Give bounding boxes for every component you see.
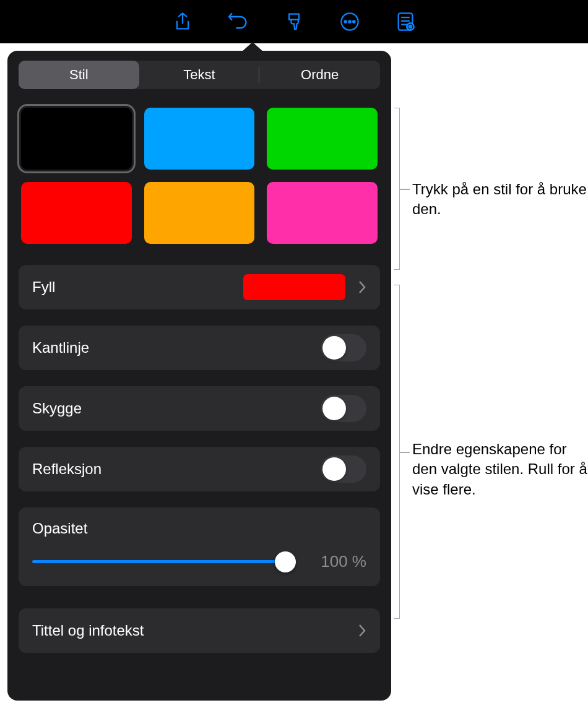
segmented-control: Stil Tekst Ordne: [19, 61, 380, 89]
style-swatch-blue[interactable]: [144, 108, 255, 170]
tab-label: Tekst: [183, 67, 215, 83]
toolbar: [0, 0, 588, 43]
border-toggle[interactable]: [321, 334, 366, 361]
callout-bracket-styles: [394, 108, 400, 270]
title-caption-label: Tittel og infotekst: [32, 622, 358, 639]
reflection-row[interactable]: Refleksjon: [19, 447, 380, 491]
slider-thumb[interactable]: [275, 551, 296, 572]
border-row[interactable]: Kantlinje: [19, 326, 380, 370]
fill-row[interactable]: Fyll: [19, 265, 380, 309]
reflection-toggle[interactable]: [321, 455, 366, 483]
popover-arrow: [241, 42, 264, 52]
format-brush-icon[interactable]: [282, 9, 306, 34]
callout-styles: Trykk på en stil for å bruke den.: [412, 179, 588, 220]
callout-bracket-properties: [394, 285, 400, 619]
chevron-right-icon: [358, 280, 366, 294]
tab-label: Stil: [69, 67, 89, 83]
tab-style[interactable]: Stil: [19, 61, 139, 89]
style-swatch-green[interactable]: [267, 108, 378, 170]
opacity-value: 100 %: [311, 552, 366, 571]
style-swatch-pink[interactable]: [267, 182, 378, 244]
chevron-right-icon: [358, 624, 366, 637]
style-swatch-orange[interactable]: [144, 182, 255, 244]
shadow-label: Skygge: [32, 400, 321, 417]
shadow-toggle[interactable]: [321, 395, 366, 422]
presenter-notes-icon[interactable]: [393, 9, 418, 34]
shadow-row[interactable]: Skygge: [19, 386, 380, 431]
title-caption-row[interactable]: Tittel og infotekst: [19, 608, 380, 653]
undo-icon[interactable]: [226, 9, 251, 34]
svg-point-7: [409, 25, 412, 28]
callout-connector: [400, 452, 410, 453]
share-icon[interactable]: [170, 9, 195, 34]
format-popover: Stil Tekst Ordne Fyll K: [7, 51, 391, 701]
style-swatch-red[interactable]: [21, 182, 132, 244]
opacity-label: Opasitet: [32, 520, 366, 537]
fill-label: Fyll: [32, 278, 243, 296]
opacity-slider[interactable]: [32, 555, 296, 569]
tab-label: Ordne: [301, 67, 339, 83]
svg-point-1: [345, 20, 347, 22]
opacity-row: Opasitet 100 %: [19, 507, 380, 586]
callout-properties: Endre egenskapene for den valgte stilen.…: [412, 439, 588, 499]
style-swatches: [19, 108, 380, 244]
tab-arrange[interactable]: Ordne: [259, 61, 380, 89]
tab-text[interactable]: Tekst: [139, 61, 260, 89]
svg-point-3: [353, 20, 355, 22]
reflection-label: Refleksjon: [32, 460, 321, 478]
style-swatch-black[interactable]: [21, 108, 132, 170]
fill-color-preview: [243, 274, 345, 300]
border-label: Kantlinje: [32, 339, 321, 356]
svg-point-2: [348, 20, 350, 22]
callout-connector: [400, 189, 410, 190]
more-icon[interactable]: [337, 9, 362, 34]
